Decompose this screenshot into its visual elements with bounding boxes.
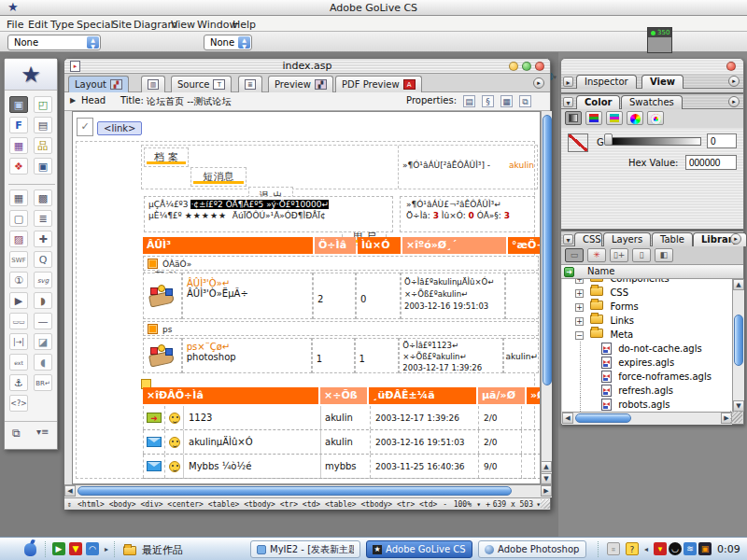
tree-folder-row[interactable]: + Forms [562,300,732,314]
horizontal-scroll-thumb[interactable] [78,486,512,496]
eraser-tag-icon[interactable]: ◪ [34,333,52,350]
file-label[interactable]: robots.agls [618,399,669,410]
nav-table[interactable]: 档 案 短消息 退 出 搜 索 用 户 帮 助 首 页 »¶Ó­¹âÁÙ[²âÊ… [141,145,538,189]
generic-media-icon[interactable]: ① [9,272,28,288]
tree-file-row[interactable]: do-not-cache.agls [580,342,732,356]
forum-name-link[interactable]: ÂÛÌ³'Ò»↵ [187,278,308,288]
layer-tool-icon[interactable]: ▢ [9,210,28,227]
topic-row[interactable]: Mybbs ¼ò½é mybbs 2003-11-25 16:40:36 9/0 [143,455,541,479]
stepper-icon[interactable]: ▲▼ [87,36,99,49]
taskbar-button-photoshop[interactable]: Adobe Photoshop [478,540,586,558]
keyboard-tray-icon[interactable]: ⌗ [607,542,620,555]
tab-overflow-button[interactable]: ▸ [533,77,544,89]
menu-type[interactable]: Type [48,18,77,32]
board-stats-cell[interactable]: »¶Ó­¹âÁÙ£¬²âÊÔÂÛÌ³↵ Ö÷Ìâ: 3 Ìû×Ó: 0 ÓÃ»§… [400,196,535,232]
tab-css[interactable]: CSS [574,232,602,246]
expand-icon[interactable]: + [575,289,584,298]
resize-grip[interactable] [541,499,550,509]
app-tray-icon[interactable]: ▣ [698,542,712,555]
library-hscroll-thumb[interactable] [575,413,631,423]
expand-icon[interactable]: + [575,303,584,312]
forum-row[interactable]: ps×¨Çø↵ photoshop 1 1 Ö÷Ìâ£º1123↵ ×÷Õß£º… [143,338,539,373]
real-player-icon[interactable]: ▶ [9,292,28,309]
applet-bean-icon[interactable]: ◗ [34,292,52,309]
paragraph-format-dropdown[interactable]: None ▲▼ [7,35,101,50]
link-element-chip[interactable]: <link> [97,121,142,135]
folder-label[interactable]: Components [610,279,669,284]
user-stats-cell[interactable]: µÇÂ¼£º3 ·¢±í£º2 ÔÄ¶Á£º5 »ý·Ö£º10000↵ µÈ¼… [144,196,393,232]
tab-view[interactable]: View [641,75,684,89]
page-title-value[interactable]: 论坛首页 --测试论坛 [147,95,231,108]
tab-color[interactable]: Color [576,95,620,109]
objects-colors-icon[interactable]: ❖ [9,158,28,175]
spacer-icon[interactable]: |→| [9,333,28,350]
scroll-left-icon[interactable]: ◀ [562,413,573,424]
script-tag-icon[interactable]: <?> [9,395,28,412]
topic-title-link[interactable]: 1123 [183,406,320,429]
library-name-header[interactable]: ➜ Name [561,265,743,279]
quicklaunch-expand-icon[interactable]: ▸ [105,545,108,553]
menu-help[interactable]: Help [230,18,259,32]
table-tool-icon[interactable]: ▦ [9,189,28,206]
tab-inspector[interactable]: Inspector [576,75,637,89]
diagram-icon[interactable]: 品 [34,137,52,154]
collapse-icon[interactable]: ▾ [563,97,573,107]
plugin-tool-icon[interactable]: ✚ [34,231,52,247]
head-toggle-icon[interactable]: ▶ [70,96,76,105]
color-preview-swatch[interactable] [568,133,588,152]
menu-file[interactable]: File [4,18,26,32]
site-sync-icon[interactable]: ➜ [564,267,574,277]
quicktime-tool-icon[interactable]: Q [34,251,52,268]
tree-file-row[interactable]: expires.agls [580,356,732,370]
file-label[interactable]: do-not-cache.agls [618,343,702,354]
folder-label[interactable]: Forms [610,301,638,312]
forum-table[interactable]: ÂÛÌ³ Ö÷Ìâ Ìû×Ó ×îºó»Ø¸´ °æÖ÷ ÓÀäÓ» ÂÛÌ³'… [141,237,541,373]
forum-name-cell[interactable]: ps×¨Çø↵ photoshop [182,338,312,373]
tab-layers[interactable]: Layers [603,232,651,246]
tray-collapse-icon[interactable]: ◂ [644,545,648,553]
new-item-button[interactable]: ▯+ [610,248,628,262]
cmyk-mode-icon[interactable] [606,111,623,125]
apple-start-icon[interactable] [24,543,36,556]
topic-title-link[interactable]: Mybbs ¼ò½é [183,455,320,478]
vertical-scroll-thumb[interactable] [543,115,552,385]
collapse-icon[interactable]: ▾ [563,234,573,245]
topic-title-link[interactable]: akulinµÄÌû×Ó [183,430,320,454]
svg-tool-icon[interactable]: svg [34,272,52,288]
tab-swatches[interactable]: Swatches [621,95,683,109]
forum-lastpost-cell[interactable]: Ö÷Ìâ£ºakulinµÄÌû×Ó↵ ×÷Õß£ºakulin↵ 2003-1… [401,273,505,319]
tab-frame-editor[interactable]: ▥ [141,76,165,92]
panel-menu-button[interactable]: ▸ [728,96,740,107]
link-properties-icon[interactable]: § [482,95,494,107]
inspector-titlebar[interactable] [561,59,743,74]
recent-folder-icon[interactable] [123,546,136,555]
scroll-right-icon[interactable]: ▶ [541,485,552,497]
forum-category-row[interactable]: ps [143,321,539,336]
extract-button[interactable]: ✳ [587,248,606,262]
welcome-user-link[interactable]: akulin [509,161,534,170]
folder-label[interactable]: CSS [610,287,628,298]
comment-icon[interactable]: ◖ [34,354,52,371]
library-resize-grip[interactable] [730,411,742,423]
tab-layout[interactable]: Layout▞ [68,76,129,92]
taskbar-button-myie2[interactable]: MyIE2 - [发表新主题 ... [250,540,360,558]
marquee-icon[interactable]: ext [9,354,28,371]
scroll-left-icon[interactable]: ◀ [64,485,76,497]
tab-preview[interactable]: Preview▞ [268,76,333,92]
tab-source[interactable]: SourceT [171,76,232,92]
taskbar-button-golive[interactable]: ★ Adobe GoLive CS [366,540,472,558]
minimize-light-button[interactable] [509,62,518,71]
zoom-light-button[interactable] [522,62,531,71]
tree-file-row[interactable]: force-noframes.agls [580,370,732,384]
forum-row[interactable]: ÂÛÌ³'Ò»↵ ÂÛÌ³'Ò»ËµÃ÷ 2 0 Ö÷Ìâ£ºakulinµÄÌ… [143,273,539,319]
component-icon[interactable]: ▭▭ [9,313,28,329]
site-page-icon[interactable]: ◰ [34,96,52,113]
panel-menu-button[interactable]: ▸ [728,76,740,87]
style-dropdown[interactable]: None ▲▼ [204,35,252,50]
tree-folder-row[interactable]: − Meta [562,328,732,342]
stepper-icon[interactable]: ▲▼ [238,36,250,49]
ime-help-tray-icon[interactable]: ? [626,542,639,555]
flashget-quicklaunch-icon[interactable]: ▼ [69,542,82,555]
stats-table[interactable]: µÇÂ¼£º3 ·¢±í£º2 ÔÄ¶Á£º5 »ý·Ö£º10000↵ µÈ¼… [144,196,535,232]
vertical-scrollbar[interactable]: ▲ ▼ [541,111,552,484]
